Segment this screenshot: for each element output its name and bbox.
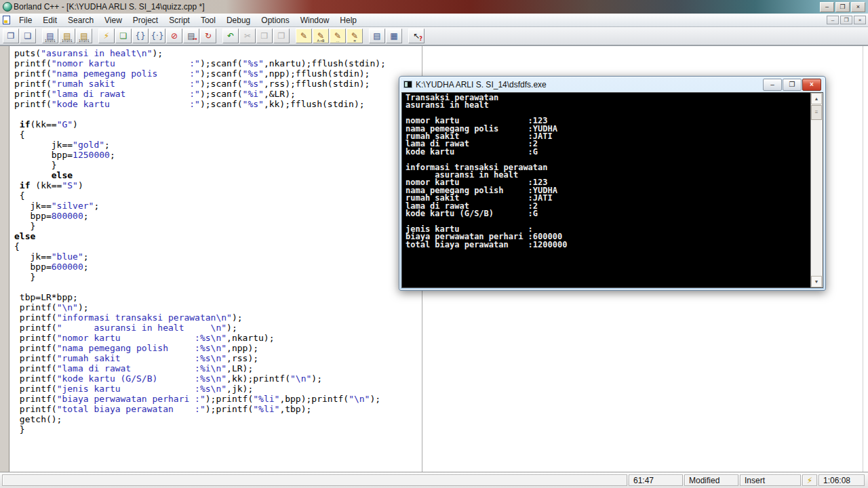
code-line: getch();: [14, 414, 386, 424]
status-bar: 61:47 Modified Insert ⚡ 1:06:08: [0, 472, 868, 488]
insert-mode-indicator: Insert: [740, 474, 801, 486]
power-status-panel: ⚡: [802, 474, 817, 486]
code-line: printf(" asuransi in healt \n");: [14, 323, 386, 333]
scrollbar-thumb[interactable]: ≡: [811, 105, 822, 120]
menu-item-script[interactable]: Script: [163, 14, 195, 26]
console-window[interactable]: K:\YUDHA ARLI S. SI_14\dsfdfs.exe – ❐ × …: [399, 76, 826, 291]
project-window-button[interactable]: ▦: [386, 28, 402, 43]
borland-app-icon[interactable]: [3, 2, 12, 12]
stop-icon: ⊘: [167, 30, 182, 42]
menu-item-options[interactable]: Options: [256, 14, 294, 26]
cut-icon: ✂: [240, 30, 255, 42]
refresh-button[interactable]: ↻: [200, 28, 216, 43]
code-line: bpp=1250000;: [14, 150, 386, 160]
style-pen-button[interactable]: ✎: [296, 28, 312, 43]
code-line: printf("kode kartu :");scanf("%s",kk);ff…: [14, 99, 386, 109]
menu-item-view[interactable]: View: [99, 14, 127, 26]
menu-item-debug[interactable]: Debug: [221, 14, 256, 26]
code-line: if(kk=="G"): [14, 119, 386, 129]
browse-pen-button[interactable]: ✎≡: [347, 28, 363, 43]
code-line: printf("nama pemegang polis :");scanf("%…: [14, 68, 386, 79]
step-over-button[interactable]: {}: [132, 28, 149, 43]
replace-pen-button[interactable]: ✎A→B: [313, 28, 329, 43]
mdi-minimize-button[interactable]: –: [827, 16, 839, 24]
menu-item-search[interactable]: Search: [62, 14, 99, 26]
console-icon[interactable]: [403, 81, 412, 88]
code-line: }: [14, 272, 386, 282]
code-line: printf("jenis kartu :%s\n",jk);: [14, 384, 386, 394]
clock-display: 1:06:08: [818, 474, 865, 486]
code-line: tbp=LR*bpp;: [14, 292, 386, 302]
cursor-position: 61:47: [629, 474, 683, 486]
toolbar-group: ▤10101▤10101▤10101: [42, 28, 92, 43]
project-window-icon: ▦: [387, 30, 401, 42]
close-button[interactable]: ×: [851, 2, 865, 12]
message-window-button[interactable]: ▤: [369, 28, 385, 43]
menu-item-tool[interactable]: Tool: [195, 14, 221, 26]
console-scrollbar[interactable]: ▲ ≡ ▼: [810, 93, 823, 287]
build-all-button[interactable]: ▤10101: [76, 28, 92, 43]
toolbar-group: ↶✂❒❐: [222, 28, 290, 43]
menu-item-file[interactable]: File: [14, 14, 37, 26]
menu-item-help[interactable]: Help: [334, 14, 362, 26]
paste-icon: ❒: [257, 30, 272, 42]
run-button[interactable]: ⚡: [98, 28, 115, 43]
undo-button[interactable]: ↶: [222, 28, 239, 43]
code-line: printf("rumah sakit :%s\n",rss);: [14, 353, 386, 363]
mdi-close-button[interactable]: ×: [854, 16, 866, 24]
code-line: printf("nomor kartu :%s\n",nkartu);: [14, 333, 386, 343]
console-output-area[interactable]: Transaksi perawatan asuransi in healt no…: [401, 92, 823, 288]
console-title-bar[interactable]: K:\YUDHA ARLI S. SI_14\dsfdfs.exe – ❐ ×: [399, 77, 825, 92]
code-line: printf("nama pemegang polish :%s\n",npp)…: [14, 343, 386, 353]
make-node-button[interactable]: ❏: [115, 28, 132, 43]
find-pen-button[interactable]: ✎...: [330, 28, 346, 43]
code-line: printf("\n");: [14, 302, 386, 312]
code-line: [14, 282, 386, 292]
paste-button[interactable]: ❒: [256, 28, 273, 43]
console-maximize-button[interactable]: ❐: [783, 79, 802, 91]
save-file-icon: ❏: [20, 30, 35, 42]
console-text: Transaksi perawatan asuransi in healt no…: [406, 94, 567, 249]
console-minimize-button[interactable]: –: [763, 79, 782, 91]
compile-unit-button[interactable]: ▤10101: [42, 28, 58, 43]
make-project-button[interactable]: ▤10101: [59, 28, 75, 43]
open-file-button[interactable]: ❐: [3, 28, 19, 43]
undo-icon: ↶: [223, 30, 238, 42]
code-line: jk=="silver";: [14, 201, 386, 211]
document-icon[interactable]: [3, 16, 10, 24]
code-line: printf("informasi transaksi perawatan\n"…: [14, 312, 386, 323]
menu-item-edit[interactable]: Edit: [37, 14, 62, 26]
cut-button[interactable]: ✂: [239, 28, 256, 43]
restore-button[interactable]: ❐: [835, 2, 850, 12]
save-file-button[interactable]: ❏: [20, 28, 36, 43]
code-line: else: [14, 170, 386, 180]
add-breakpoint-button[interactable]: ▤→: [183, 28, 199, 43]
stop-button[interactable]: ⊘: [166, 28, 182, 43]
code-line: jk=="blue";: [14, 251, 386, 262]
trace-into-button[interactable]: {·}: [149, 28, 165, 43]
code-line: }: [14, 221, 386, 231]
code-line: printf("rumah sakit :");scanf("%s",rss);…: [14, 79, 386, 89]
scroll-up-icon[interactable]: ▲: [811, 93, 822, 104]
mdi-restore-button[interactable]: ❐: [840, 16, 852, 24]
open-file-icon: ❐: [3, 30, 18, 42]
scroll-down-icon[interactable]: ▼: [811, 276, 822, 287]
menu-item-window[interactable]: Window: [295, 14, 335, 26]
menu-item-project[interactable]: Project: [127, 14, 163, 26]
window-title: Borland C++ - [K:\YUDHA ARLI S. SI_14\qu…: [14, 2, 204, 12]
context-help-button[interactable]: ↖?: [408, 28, 425, 43]
mdi-window-controls: – ❐ ×: [825, 16, 866, 24]
code-line: if (kk=="S"): [14, 180, 386, 190]
run-icon: ⚡: [99, 30, 114, 42]
window-controls: – ❐ ×: [818, 2, 865, 12]
console-window-controls: – ❐ ×: [763, 79, 821, 91]
find-pen-label: ...: [330, 39, 345, 43]
status-message-panel: [2, 474, 627, 486]
copy-button[interactable]: ❐: [273, 28, 290, 43]
minimize-button[interactable]: –: [820, 2, 834, 12]
make-project-label: 10101: [60, 39, 75, 43]
console-close-button[interactable]: ×: [802, 79, 821, 91]
code-text[interactable]: puts("asuransi in healt\n");printf("nomo…: [14, 48, 386, 434]
step-over-icon: {}: [133, 30, 148, 42]
compile-unit-label: 10101: [43, 39, 58, 43]
